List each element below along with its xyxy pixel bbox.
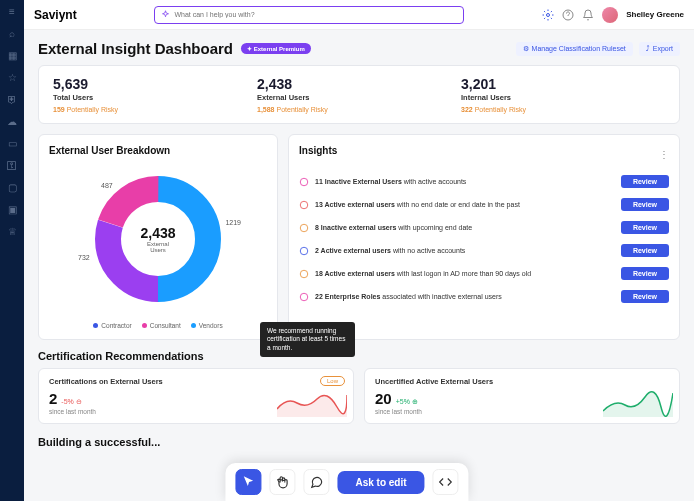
bell-icon[interactable] [582, 9, 594, 21]
insights-title: Insights [299, 145, 337, 156]
cert-tooltip: We recommend running certification at le… [260, 322, 355, 357]
review-button[interactable]: Review [621, 198, 669, 211]
sidebar-key-icon[interactable]: ⚿ [7, 160, 17, 170]
sidebar-star-icon[interactable]: ☆ [7, 72, 17, 82]
donut-label-b: 732 [78, 254, 90, 261]
cert-card-external[interactable]: Certifications on External Users Low 2 -… [38, 368, 354, 424]
help-icon[interactable] [562, 9, 574, 21]
calendar-icon [299, 200, 309, 210]
breakdown-card: External User Breakdown 2,438 ExternalUs… [38, 134, 278, 340]
user-check-icon [299, 246, 309, 256]
low-badge: Low [320, 376, 345, 386]
sidebar-search-icon[interactable]: ⌕ [7, 28, 17, 38]
svg-point-8 [300, 247, 308, 255]
insight-row: 8 Inactive external users with upcoming … [299, 216, 669, 239]
breakdown-title: External User Breakdown [49, 145, 267, 156]
donut-label-c: 1219 [225, 219, 241, 226]
comment-tool-button[interactable] [303, 469, 329, 495]
cert-section-title: Certification Recommendations [38, 350, 680, 362]
bottom-toolbar: Ask to edit [225, 463, 468, 501]
insight-row: 2 Active external users with no active a… [299, 239, 669, 262]
sidebar-car-icon[interactable]: ▭ [7, 138, 17, 148]
clock-icon [299, 269, 309, 279]
search-box[interactable] [154, 6, 464, 24]
topbar: Saviynt Shelley Greene [24, 0, 694, 30]
logo: Saviynt [34, 8, 77, 22]
upload-icon: ⤴ [646, 45, 650, 52]
insight-row: 18 Active external users with last logon… [299, 262, 669, 285]
svg-point-5 [300, 178, 308, 186]
hand-icon [275, 475, 289, 489]
code-icon [439, 475, 453, 489]
sparkline-2 [603, 389, 673, 417]
sidebar-doc-icon[interactable]: ▢ [7, 182, 17, 192]
review-button[interactable]: Review [621, 175, 669, 188]
cursor-icon [241, 475, 255, 489]
svg-point-0 [547, 13, 550, 16]
stat-external-users: 2,438 External Users 1,588 Potentially R… [257, 76, 461, 113]
review-button[interactable]: Review [621, 290, 669, 303]
review-button[interactable]: Review [621, 267, 669, 280]
cert-card-uncertified[interactable]: Uncertified Active External Users 20 +5%… [364, 368, 680, 424]
stat-total-users: 5,639 Total Users 159 Potentially Risky [53, 76, 257, 113]
gear-icon[interactable] [542, 9, 554, 21]
svg-point-10 [300, 293, 308, 301]
bell-icon [299, 223, 309, 233]
manage-ruleset-button[interactable]: ⚙Manage Classification Ruleset [516, 42, 633, 56]
insight-row: 13 Active external users with no end dat… [299, 193, 669, 216]
premium-badge: ✦ External Premium [241, 43, 311, 54]
sparkle-icon [161, 10, 170, 19]
insight-row: 22 Enterprise Roles associated with inac… [299, 285, 669, 308]
review-button[interactable]: Review [621, 244, 669, 257]
stats-card: 5,639 Total Users 159 Potentially Risky … [38, 65, 680, 124]
cursor-tool-button[interactable] [235, 469, 261, 495]
sidebar-folder-icon[interactable]: ▣ [7, 204, 17, 214]
export-button[interactable]: ⤴Export [639, 42, 680, 56]
sidebar-crown-icon[interactable]: ♕ [7, 226, 17, 236]
stat-internal-users: 3,201 Internal Users 322 Potentially Ris… [461, 76, 665, 113]
sidebar-cloud-icon[interactable]: ☁ [7, 116, 17, 126]
code-tool-button[interactable] [433, 469, 459, 495]
donut-legend: Contractor Consultant Vendors [49, 322, 267, 329]
ask-to-edit-button[interactable]: Ask to edit [337, 471, 424, 494]
review-button[interactable]: Review [621, 221, 669, 234]
sidebar-building-icon[interactable]: ▦ [7, 50, 17, 60]
user-x-icon [299, 177, 309, 187]
insight-row: 11 Inactive External Users with active a… [299, 170, 669, 193]
svg-point-7 [300, 224, 308, 232]
hand-tool-button[interactable] [269, 469, 295, 495]
left-sidebar: ≡ ⌕ ▦ ☆ ⛨ ☁ ▭ ⚿ ▢ ▣ ♕ [0, 0, 24, 501]
username: Shelley Greene [626, 10, 684, 19]
gear-small-icon: ⚙ [523, 45, 529, 53]
insights-card: Insights ⋮ 11 Inactive External Users wi… [288, 134, 680, 340]
sidebar-menu-icon[interactable]: ≡ [7, 6, 17, 16]
svg-point-9 [300, 270, 308, 278]
search-input[interactable] [174, 11, 457, 18]
shield-icon [299, 292, 309, 302]
page-title: External Insight Dashboard [38, 40, 233, 57]
donut-label-a: 487 [101, 182, 113, 189]
comment-icon [309, 475, 323, 489]
insights-menu-icon[interactable]: ⋮ [659, 149, 669, 160]
sidebar-shield-icon[interactable]: ⛨ [7, 94, 17, 104]
svg-point-6 [300, 201, 308, 209]
avatar[interactable] [602, 7, 618, 23]
building-title: Building a successful... [38, 436, 680, 448]
sparkline-1 [277, 389, 347, 417]
